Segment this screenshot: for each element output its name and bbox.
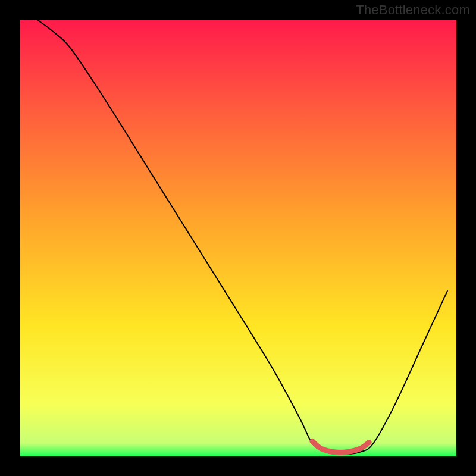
chart-frame: TheBottleneck.com <box>0 0 476 476</box>
watermark-text: TheBottleneck.com <box>356 2 470 18</box>
gradient-background <box>20 20 456 456</box>
bottleneck-chart <box>0 0 476 476</box>
